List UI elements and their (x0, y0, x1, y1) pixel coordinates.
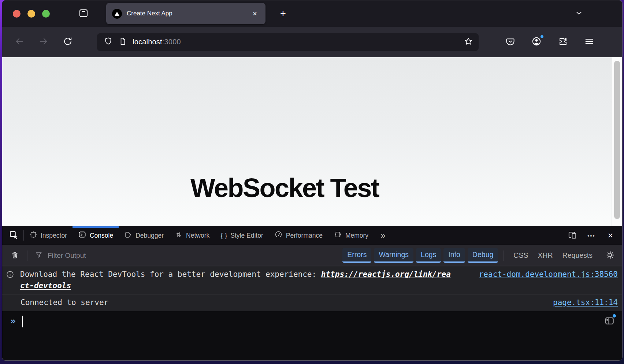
responsive-design-mode-button[interactable] (564, 227, 580, 244)
maximize-window-button[interactable] (42, 10, 50, 18)
nextjs-favicon (112, 9, 122, 19)
tab-network[interactable]: Network (169, 226, 215, 245)
menu-button[interactable] (581, 34, 597, 50)
close-window-button[interactable] (13, 10, 21, 18)
filter-debug[interactable]: Debug (468, 248, 498, 263)
console-input-area[interactable]: » (2, 311, 622, 360)
devtools-panel: Inspector Console Debugger Network (2, 226, 622, 360)
bookmark-star-button[interactable] (461, 35, 476, 49)
page-info-icon[interactable] (118, 37, 127, 47)
page-title: WebSocket Test (2, 173, 567, 203)
source-location-link[interactable]: react-dom.development.js:38560 (479, 269, 618, 280)
hamburger-icon (584, 36, 594, 48)
console-message-row: Download the React DevTools for a better… (2, 266, 622, 294)
shield-icon[interactable] (104, 37, 113, 47)
pick-element-icon (9, 230, 19, 241)
scrollbar-track[interactable] (612, 57, 622, 226)
reload-icon (63, 36, 73, 48)
debugger-icon (124, 231, 132, 241)
filter-xhr[interactable]: XHR (533, 248, 557, 263)
browser-tab[interactable]: Create Next App ✕ (106, 3, 265, 24)
tab-label: Performance (286, 232, 323, 239)
log-level-filters: Errors Warnings Logs Info Debug (342, 248, 498, 263)
gear-icon (605, 250, 615, 261)
firefox-view-icon (78, 8, 89, 20)
message-text: Connected to server (21, 297, 108, 308)
console-message-text: Download the React DevTools for a better… (20, 269, 452, 291)
memory-chip-icon (334, 230, 342, 241)
devtools-menu-button[interactable]: ••• (583, 227, 599, 244)
puzzle-icon (558, 37, 568, 48)
devtools-toolbox-tabbar: Inspector Console Debugger Network (2, 226, 622, 245)
tab-label: Network (186, 232, 209, 239)
network-arrows-icon (175, 231, 183, 241)
tab-inspector[interactable]: Inspector (24, 226, 73, 245)
trash-icon (10, 250, 19, 261)
notification-dot (612, 313, 617, 318)
console-output: Download the React DevTools for a better… (2, 266, 622, 311)
chevron-down-icon (574, 8, 584, 19)
source-location-link[interactable]: page.tsx:11:14 (553, 297, 618, 308)
close-devtools-button[interactable]: ✕ (602, 227, 619, 244)
responsive-design-icon (568, 230, 577, 241)
clear-console-button[interactable] (7, 248, 23, 264)
text-cursor (22, 316, 23, 327)
pocket-button[interactable] (502, 34, 518, 50)
filter-logs[interactable]: Logs (416, 248, 441, 263)
console-message-row: Connected to server page.tsx:11:14 (2, 294, 622, 311)
toolbar-separator (503, 250, 504, 261)
forward-arrow-icon (38, 36, 49, 48)
tab-memory[interactable]: Memory (328, 226, 374, 245)
account-button[interactable] (528, 34, 545, 50)
tab-label: Memory (345, 232, 368, 239)
funnel-icon (35, 251, 43, 260)
forward-button[interactable] (35, 34, 52, 51)
close-tab-button[interactable]: ✕ (249, 8, 260, 19)
back-button[interactable] (11, 34, 28, 51)
tab-label: Style Editor (230, 232, 263, 239)
new-tab-button[interactable]: + (276, 6, 290, 21)
tab-label: Inspector (41, 232, 67, 239)
url-text: localhost:3000 (133, 38, 181, 46)
star-icon (464, 37, 473, 47)
tab-performance[interactable]: Performance (269, 226, 328, 245)
message-text: Download the React DevTools for a better… (20, 270, 321, 279)
filter-requests[interactable]: Requests (558, 248, 597, 263)
tab-debugger[interactable]: Debugger (119, 226, 169, 245)
reload-button[interactable] (59, 34, 76, 51)
firefox-view-button[interactable] (75, 5, 92, 22)
toolbar-right-icons (502, 34, 597, 50)
inspector-icon (29, 231, 37, 241)
tab-style-editor[interactable]: { } Style Editor (215, 226, 268, 245)
filter-info[interactable]: Info (443, 248, 465, 263)
more-tools-button[interactable]: » (374, 226, 392, 245)
console-icon (78, 230, 86, 241)
tab-label: Console (90, 232, 113, 239)
extensions-button[interactable] (555, 34, 571, 50)
tab-console[interactable]: Console (73, 226, 119, 245)
split-console-icon (604, 315, 615, 327)
console-settings-button[interactable] (602, 247, 619, 264)
account-notification-dot (540, 34, 544, 39)
filter-css[interactable]: CSS (509, 248, 533, 263)
filter-warnings[interactable]: Warnings (374, 248, 413, 263)
minimize-window-button[interactable] (27, 10, 35, 18)
navigation-toolbar: localhost:3000 (2, 27, 622, 57)
back-arrow-icon (14, 36, 25, 48)
filter-placeholder: Filter Output (48, 252, 86, 260)
list-all-tabs-button[interactable] (572, 6, 586, 21)
pick-element-button[interactable] (4, 226, 23, 245)
console-prompt-icon: » (10, 316, 16, 327)
toolbox-controls: ••• ✕ (564, 226, 622, 245)
console-sidebar-toggle-button[interactable] (601, 314, 617, 328)
scrollbar-thumb[interactable] (614, 61, 620, 219)
filter-errors[interactable]: Errors (342, 248, 371, 263)
category-filters: CSS XHR Requests (509, 248, 597, 263)
address-bar[interactable]: localhost:3000 (97, 33, 479, 51)
braces-icon: { } (220, 231, 227, 239)
url-host: localhost (133, 38, 162, 46)
toolbar-separator (27, 250, 27, 261)
console-filter-bar: Filter Output Errors Warnings Logs Info … (2, 245, 622, 266)
performance-gauge-icon (274, 230, 283, 241)
filter-output-input[interactable]: Filter Output (35, 251, 342, 260)
